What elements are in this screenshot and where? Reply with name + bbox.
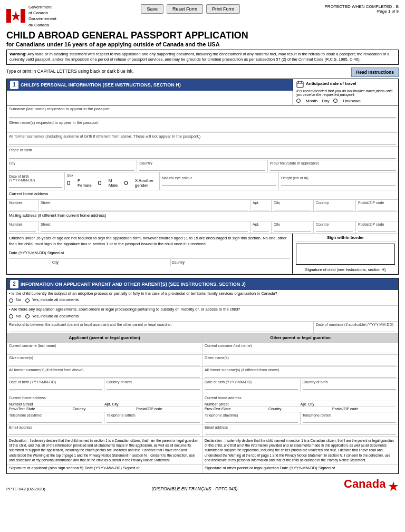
eye-colour-input[interactable] [162, 180, 276, 186]
street-cell: Street [38, 200, 250, 211]
signature-instructions: Children under 16 years of age are not r… [7, 234, 293, 274]
other-former-input[interactable] [205, 372, 396, 378]
country2-cell: Country [314, 200, 356, 211]
header: Government of Canada Gouvernement du Can… [6, 4, 399, 28]
section-2: 2 INFORMATION ON APPLICANT PARENT AND OT… [6, 278, 399, 474]
dob-input[interactable] [9, 182, 62, 188]
applicant-dob-input[interactable] [9, 384, 102, 390]
other-email-input[interactable] [205, 429, 396, 435]
mail-apt-input[interactable] [253, 226, 269, 232]
mail-postal-input[interactable] [358, 226, 396, 232]
date-signed-row: Date (YYYY-MM-DD) Signed at City Country [9, 250, 290, 266]
country-input[interactable] [139, 165, 265, 171]
applicant-col-header: Applicant (parent or legal guardian) [7, 334, 202, 342]
marriage-date-input[interactable] [316, 326, 396, 332]
unknown-radio[interactable] [333, 99, 338, 103]
email-row: Email address Email address [7, 424, 398, 437]
mail-apt-cell: Apt. [250, 221, 272, 233]
section-1: 1 CHILD'S PERSONAL INFORMATION (SEE INST… [6, 79, 399, 275]
applicant-tel-other-input[interactable] [107, 417, 200, 423]
other-given-cell: Given name(s) [202, 355, 398, 366]
other-dob-input[interactable] [205, 384, 298, 390]
section-1-header: 1 CHILD'S PERSONAL INFORMATION (SEE INST… [7, 79, 293, 105]
sex-cell: Sex F Female M Male X Another gender [65, 172, 160, 190]
city2-cell: City [272, 200, 314, 211]
gender-options: F Female M Male X Another gender [67, 177, 157, 189]
female-radio[interactable] [67, 181, 70, 185]
separation-no-radio[interactable]: No [9, 314, 21, 320]
reset-form-button[interactable]: Reset Form [167, 4, 203, 14]
given-names-input[interactable] [9, 125, 396, 131]
other-address-detail: Number Street Apt. City Prov./Terr./Stat… [202, 401, 398, 412]
mail-street-input[interactable] [41, 226, 248, 232]
adoption-yes-radio[interactable]: Yes, include all documents [25, 297, 79, 303]
address-apt-input[interactable] [253, 205, 269, 210]
other-sig-cell: Signature of other parent or legal guard… [202, 465, 398, 473]
type-instruction-row: Type or print in CAPITAL LETTERS using b… [6, 67, 399, 77]
footer: PPTC 042 (02-2020) (DISPONIBLE EN FRANÇA… [6, 477, 399, 492]
applicant-country-birth-input[interactable] [107, 384, 200, 390]
address-country-input[interactable] [316, 205, 353, 210]
svg-rect-2 [21, 9, 25, 23]
sub-title: for Canadians under 16 years of age appl… [6, 41, 399, 47]
other-country-birth-input[interactable] [303, 384, 397, 390]
address-number-input[interactable] [9, 205, 36, 210]
other-tel-day-input[interactable] [205, 417, 298, 423]
mail-country-input[interactable] [316, 226, 353, 232]
signature-box[interactable] [296, 244, 395, 265]
other-declaration: Declaration—I solemnly declare that the … [202, 437, 398, 463]
adoption-no-radio[interactable]: No [9, 297, 21, 303]
dob-sex-row: Date of birth (YYYY-MM-DD) Sex F Female … [7, 172, 398, 190]
gov-name-text: Government of Canada Gouvernement du Can… [28, 4, 56, 28]
address-street-input[interactable] [41, 205, 248, 210]
applicant-email-input[interactable] [9, 429, 200, 435]
applicant-address-cell: Current home address [7, 391, 202, 401]
applicant-declaration: Declaration—I solemnly declare that the … [7, 437, 202, 463]
former-surnames-input[interactable] [9, 139, 396, 145]
applicant-tel-day-input[interactable] [9, 417, 102, 423]
read-instructions-button[interactable]: Read Instructions [351, 67, 399, 77]
relationship-row: Relationship between the applicant (pare… [7, 322, 398, 334]
applicant-given-input[interactable] [9, 360, 200, 365]
applicant-former-cell: All former surname(s) (if different from… [7, 367, 202, 379]
other-tel-other-input[interactable] [303, 417, 397, 423]
city-input[interactable] [9, 165, 134, 171]
applicant-surname-input[interactable] [9, 347, 200, 353]
calendar-icon [296, 81, 304, 88]
month-radio[interactable] [296, 99, 301, 103]
surname-field-row: Surname (last name) requested to appear … [7, 105, 398, 119]
relationship-input[interactable] [9, 326, 311, 332]
surname-input[interactable] [9, 112, 396, 118]
main-title: CHILD ABROAD GENERAL PASSPORT APPLICATIO… [6, 30, 399, 41]
telephone-row: Telephone (daytime) Telephone (other) Te… [7, 412, 398, 424]
mail-city-cell: City [272, 221, 314, 233]
print-form-button[interactable]: Print Form [206, 4, 240, 14]
address-postal-input[interactable] [358, 205, 396, 210]
other-surname-input[interactable] [205, 347, 396, 353]
address-city-input[interactable] [274, 205, 311, 210]
applicant-given-cell: Given name(s) [7, 355, 202, 366]
prov-input[interactable] [270, 165, 396, 171]
male-radio[interactable] [98, 181, 101, 185]
applicant-former-input[interactable] [9, 372, 200, 378]
save-button[interactable]: Save [141, 4, 163, 14]
other-gender-radio[interactable] [124, 181, 128, 185]
former-surnames-row: All former surnames (including surname a… [7, 133, 398, 147]
number-cell: Number [7, 200, 38, 211]
mail-number-input[interactable] [9, 226, 36, 232]
mail-city-input[interactable] [274, 226, 311, 232]
other-given-input[interactable] [205, 360, 396, 365]
dob-cell: Date of birth (YYYY-MM-DD) [7, 172, 65, 190]
place-birth-input[interactable] [9, 153, 396, 159]
applicant-addr-label-row: Number Street Apt. City [9, 402, 200, 406]
mail-number-cell: Number [7, 221, 38, 233]
header-buttons: Save Reset Form Print Form [141, 4, 240, 14]
relationship-cell: Relationship between the applicant (pare… [7, 322, 314, 333]
country-cell: Country [137, 160, 267, 172]
mail-country-cell: Country [314, 221, 356, 233]
other-country-birth-cell: Country of birth [301, 379, 399, 391]
parents-address-row: Current home address Current home addres… [7, 391, 398, 401]
separation-yes-radio[interactable]: Yes, include all documents [25, 314, 79, 320]
other-dob-col: Date of birth (YYYY-MM-DD) Country of bi… [202, 379, 398, 391]
height-input[interactable] [281, 180, 396, 186]
